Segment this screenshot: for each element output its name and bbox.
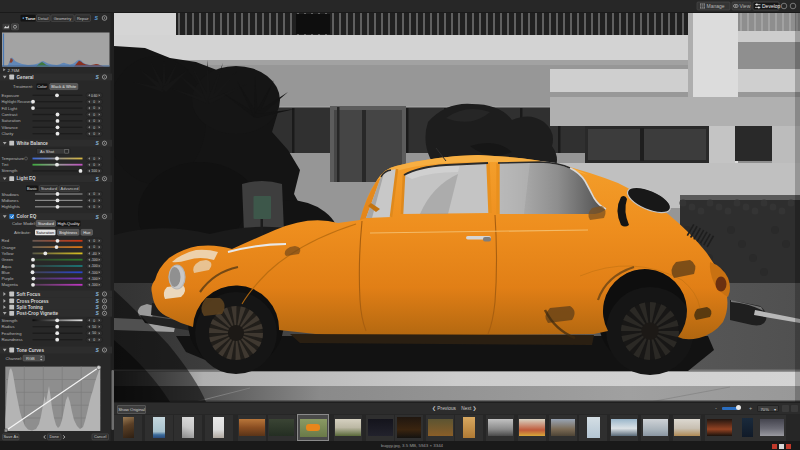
svg-text:Cross Process: Cross Process bbox=[17, 299, 50, 304]
svg-text:Save As: Save As bbox=[3, 434, 18, 439]
svg-text:0: 0 bbox=[93, 245, 95, 249]
svg-text:Highlights: Highlights bbox=[2, 204, 20, 209]
svg-text:Feathering: Feathering bbox=[2, 331, 23, 336]
svg-text:Split Toning: Split Toning bbox=[17, 305, 43, 310]
svg-text:Attribute:: Attribute: bbox=[14, 230, 31, 235]
svg-text:Exposure: Exposure bbox=[2, 93, 20, 98]
svg-text:Clarity: Clarity bbox=[2, 131, 15, 136]
svg-text:0: 0 bbox=[93, 126, 95, 130]
svg-text:Light EQ: Light EQ bbox=[17, 176, 37, 181]
svg-text:Repair: Repair bbox=[77, 16, 89, 21]
svg-text:High-Quality: High-Quality bbox=[57, 221, 79, 226]
svg-text:0: 0 bbox=[93, 106, 95, 110]
svg-text:0: 0 bbox=[93, 319, 95, 323]
svg-text:-40: -40 bbox=[92, 252, 97, 256]
svg-text:Detail: Detail bbox=[38, 16, 48, 21]
svg-text:General: General bbox=[17, 75, 34, 80]
svg-text:Tune: Tune bbox=[25, 16, 36, 21]
svg-text:-100: -100 bbox=[91, 258, 98, 262]
svg-text:Blue: Blue bbox=[2, 270, 11, 275]
svg-text:0: 0 bbox=[93, 113, 95, 117]
svg-text:Black & White: Black & White bbox=[51, 84, 77, 89]
svg-text:Magenta: Magenta bbox=[2, 282, 19, 287]
svg-text:Vibrance: Vibrance bbox=[2, 125, 19, 130]
svg-text:Hue: Hue bbox=[83, 230, 91, 235]
svg-text:-100: -100 bbox=[91, 271, 98, 275]
svg-text:Highlight Recovery: Highlight Recovery bbox=[2, 100, 34, 104]
svg-text:Midtones: Midtones bbox=[2, 198, 19, 203]
svg-text:0: 0 bbox=[93, 163, 95, 167]
svg-text:S: S bbox=[95, 15, 99, 21]
svg-text:Radius: Radius bbox=[2, 324, 15, 329]
svg-text:Standard: Standard bbox=[38, 221, 54, 226]
svg-text:0: 0 bbox=[93, 157, 95, 161]
svg-text:Brightness: Brightness bbox=[59, 231, 77, 235]
svg-text:-100: -100 bbox=[91, 264, 98, 268]
svg-text:Treatment:: Treatment: bbox=[13, 84, 33, 89]
svg-text:100: 100 bbox=[91, 169, 97, 173]
svg-text:As Shot: As Shot bbox=[40, 149, 55, 154]
svg-text:Fill Light: Fill Light bbox=[2, 106, 18, 111]
svg-text:0.60: 0.60 bbox=[91, 94, 98, 98]
svg-text:Purple: Purple bbox=[2, 276, 15, 281]
svg-text:View: View bbox=[740, 3, 751, 9]
svg-text:Contrast: Contrast bbox=[2, 112, 19, 117]
svg-text:Orange: Orange bbox=[2, 245, 17, 250]
svg-text:0: 0 bbox=[93, 119, 95, 123]
svg-text:0: 0 bbox=[93, 100, 95, 104]
svg-text:Cancel: Cancel bbox=[94, 434, 107, 439]
svg-text:Color Model:: Color Model: bbox=[12, 221, 36, 226]
svg-text:Yellow: Yellow bbox=[2, 251, 15, 256]
svg-text:-100: -100 bbox=[91, 277, 98, 281]
svg-text:Roundness: Roundness bbox=[2, 337, 23, 342]
svg-text:0: 0 bbox=[93, 192, 95, 196]
svg-text:Strength: Strength bbox=[2, 318, 19, 323]
svg-text:Advanced: Advanced bbox=[61, 186, 79, 191]
svg-text:RGB: RGB bbox=[26, 356, 35, 361]
svg-text:Temperature: Temperature bbox=[2, 156, 25, 161]
svg-text:Tone Curves: Tone Curves bbox=[17, 348, 45, 353]
svg-text:Basic: Basic bbox=[27, 186, 37, 191]
svg-text:0: 0 bbox=[93, 338, 95, 342]
svg-text:Post-Crop Vignette: Post-Crop Vignette bbox=[17, 311, 59, 316]
svg-text:Tint: Tint bbox=[2, 162, 10, 167]
svg-text:Done: Done bbox=[49, 434, 59, 439]
svg-text:Saturation: Saturation bbox=[36, 230, 54, 235]
svg-text:Color EQ: Color EQ bbox=[17, 214, 37, 219]
svg-text:Aqua: Aqua bbox=[2, 264, 12, 269]
svg-text:Develop: Develop bbox=[762, 3, 781, 9]
svg-text:Strength: Strength bbox=[2, 168, 19, 173]
svg-text:50: 50 bbox=[92, 331, 96, 335]
svg-text:0: 0 bbox=[93, 205, 95, 209]
svg-text:Saturation: Saturation bbox=[2, 118, 22, 123]
svg-text:Red: Red bbox=[2, 238, 10, 243]
svg-text:White Balance: White Balance bbox=[17, 141, 49, 146]
svg-text:0: 0 bbox=[93, 239, 95, 243]
svg-text:Shadows: Shadows bbox=[2, 192, 19, 197]
svg-text:Soft Focus: Soft Focus bbox=[17, 292, 41, 297]
svg-text:Manage: Manage bbox=[707, 3, 725, 9]
svg-text:Standard: Standard bbox=[41, 186, 57, 191]
svg-text:Channel:: Channel: bbox=[6, 356, 23, 361]
svg-text:Color: Color bbox=[37, 84, 47, 89]
svg-text:0: 0 bbox=[93, 199, 95, 203]
svg-text:0: 0 bbox=[93, 132, 95, 136]
svg-text:Geometry: Geometry bbox=[54, 16, 72, 21]
svg-text:Green: Green bbox=[2, 257, 14, 262]
svg-text:-100: -100 bbox=[91, 283, 98, 287]
svg-text:2.76M: 2.76M bbox=[8, 68, 20, 73]
svg-text:50: 50 bbox=[92, 325, 96, 329]
